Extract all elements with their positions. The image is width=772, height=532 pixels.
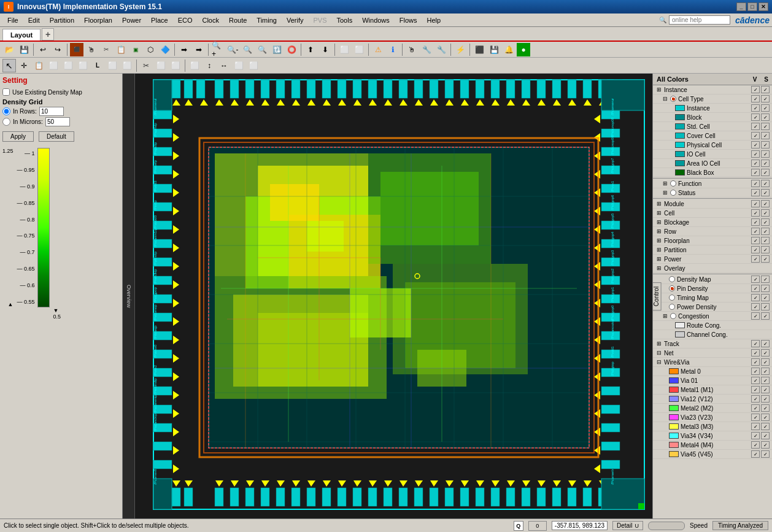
density-map-checkbox[interactable] <box>2 88 10 96</box>
v-check[interactable]: ✓ <box>751 189 760 196</box>
visibility-check[interactable]: ✓ <box>751 450 760 458</box>
s-check[interactable]: ✓ <box>761 180 770 187</box>
tb2-b10[interactable]: ⬜ <box>232 59 245 72</box>
tb-chart[interactable]: ● <box>517 43 530 56</box>
visibility-check[interactable]: ✓ <box>751 246 760 253</box>
tb2-b6[interactable]: ⬜ <box>120 59 134 72</box>
canvas-area[interactable]: Overview <box>123 74 652 519</box>
tree-item[interactable]: Route Cong. <box>653 321 772 330</box>
select-check[interactable]: ✓ <box>761 209 770 217</box>
expand-icon[interactable]: ⊞ <box>657 210 663 216</box>
s-check[interactable]: ✓ <box>761 95 770 102</box>
tb-edit[interactable]: 🔧 <box>434 43 448 56</box>
tb-b4[interactable]: 📋 <box>114 43 128 56</box>
tb-zoom-area[interactable]: 🔍 <box>255 43 269 56</box>
in-microns-radio[interactable] <box>2 118 10 126</box>
tb2-b1[interactable]: ⬜ <box>47 59 60 72</box>
menu-verify[interactable]: Verify <box>282 15 309 25</box>
v-check[interactable]: ✓ <box>751 312 760 320</box>
select-check[interactable]: ✓ <box>761 414 770 421</box>
radio-dot[interactable] <box>670 180 676 187</box>
close-button[interactable]: ✕ <box>758 2 768 11</box>
menu-file[interactable]: File <box>2 15 23 25</box>
minimize-button[interactable]: _ <box>736 2 746 11</box>
maximize-button[interactable]: □ <box>747 2 757 11</box>
tb2-b11[interactable]: ⬜ <box>247 59 260 72</box>
tb-grid1[interactable]: ⬜ <box>338 43 351 56</box>
tb-b1[interactable]: ⬛ <box>70 43 83 56</box>
tb2-move[interactable]: ✛ <box>17 59 31 72</box>
expand-icon[interactable]: ⊞ <box>657 201 663 207</box>
select-check[interactable]: ✓ <box>761 114 770 121</box>
select-check[interactable]: ✓ <box>761 228 770 235</box>
select-check[interactable]: ✓ <box>761 160 770 167</box>
search-input[interactable] <box>669 15 730 25</box>
expand-icon[interactable]: ⊞ <box>663 180 669 187</box>
tree-item[interactable]: Std. Cell✓✓ <box>653 122 772 131</box>
menu-route[interactable]: Route <box>224 15 252 25</box>
tree-item[interactable]: Via23 (V23)✓✓ <box>653 413 772 422</box>
tb-open[interactable]: 📂 <box>2 43 16 56</box>
menu-tools[interactable]: Tools <box>332 15 358 25</box>
tb-grid2[interactable]: ⬜ <box>352 43 366 56</box>
visibility-check[interactable]: ✓ <box>751 432 760 439</box>
select-check[interactable]: ✓ <box>761 368 770 375</box>
tab-layout[interactable]: Layout <box>2 29 41 40</box>
visibility-check[interactable]: ✓ <box>751 377 760 384</box>
tree-item[interactable]: Density Map✓✓ <box>653 275 772 284</box>
tb-b2[interactable]: 🖱 <box>85 43 98 56</box>
tree-item[interactable]: ⊞Partition✓✓ <box>653 245 772 255</box>
visibility-check[interactable]: ✓ <box>751 86 760 93</box>
tb-undo[interactable]: ↩ <box>36 43 50 56</box>
tree-item[interactable]: ⊞Floorplan✓✓ <box>653 236 772 245</box>
v-check[interactable]: ✓ <box>751 303 760 310</box>
visibility-check[interactable]: ✓ <box>751 209 760 217</box>
radio-dot[interactable] <box>670 96 676 102</box>
visibility-check[interactable]: ✓ <box>751 160 760 167</box>
expand-icon[interactable]: ⊞ <box>657 228 663 234</box>
expand-icon[interactable]: ⊞ <box>663 190 669 196</box>
tree-item[interactable]: Channel Cong. <box>653 330 772 339</box>
tb-redo[interactable]: ↪ <box>51 43 64 56</box>
radio-dot[interactable] <box>670 190 676 196</box>
tb-zoom-in[interactable]: 🔍+ <box>211 43 225 56</box>
visibility-check[interactable]: ✓ <box>751 218 760 226</box>
select-check[interactable]: ✓ <box>761 141 770 148</box>
tb-zoom-fit[interactable]: 🔍 <box>241 43 254 56</box>
in-microns-input[interactable] <box>45 117 70 126</box>
tree-item[interactable]: Timing Map✓✓ <box>653 293 772 303</box>
visibility-check[interactable]: ✓ <box>751 114 760 121</box>
tb2-b5[interactable]: ⬜ <box>106 59 119 72</box>
s-check[interactable]: ✓ <box>761 189 770 196</box>
expand-icon[interactable]: ⊞ <box>657 219 663 225</box>
tb-b9[interactable]: ➡ <box>192 43 206 56</box>
select-check[interactable]: ✓ <box>761 340 770 347</box>
tree-item[interactable]: Power Density✓✓ <box>653 303 772 312</box>
tb-b8[interactable]: ➡ <box>177 43 191 56</box>
default-button[interactable]: Default <box>39 131 74 142</box>
menu-help[interactable]: Help <box>422 15 446 25</box>
menu-partition[interactable]: Partition <box>45 15 79 25</box>
tb-bell[interactable]: 🔔 <box>502 43 515 56</box>
tree-item[interactable]: IO Cell✓✓ <box>653 150 772 159</box>
layout-canvas[interactable]: /Pcornerul /Pspifslp /Pspidip /Preselp /… <box>135 74 652 519</box>
tree-item[interactable]: Pin Density✓✓ <box>653 284 772 293</box>
tb2-b7[interactable]: ⬜ <box>154 59 168 72</box>
visibility-check[interactable]: ✓ <box>751 358 760 366</box>
visibility-check[interactable]: ✓ <box>751 150 760 158</box>
tree-item[interactable]: ⊟Net✓✓ <box>653 349 772 358</box>
radio-dot[interactable] <box>669 304 675 310</box>
tree-item[interactable]: Instance✓✓ <box>653 104 772 113</box>
select-check[interactable]: ✓ <box>761 450 770 458</box>
tree-item[interactable]: Via34 (V34)✓✓ <box>653 431 772 441</box>
visibility-check[interactable]: ✓ <box>751 169 760 176</box>
in-rows-radio[interactable] <box>2 107 10 115</box>
visibility-check[interactable]: ✓ <box>751 237 760 244</box>
tree-item[interactable]: ⊞Status✓✓ <box>653 188 772 198</box>
v-check[interactable]: ✓ <box>751 180 760 187</box>
tb-b6[interactable]: ⬡ <box>144 43 157 56</box>
select-check[interactable]: ✓ <box>761 377 770 384</box>
select-check[interactable]: ✓ <box>761 150 770 158</box>
tree-item[interactable]: ⊞Overlay <box>653 264 772 273</box>
scale-arrow-up[interactable]: ▲ <box>8 301 14 307</box>
